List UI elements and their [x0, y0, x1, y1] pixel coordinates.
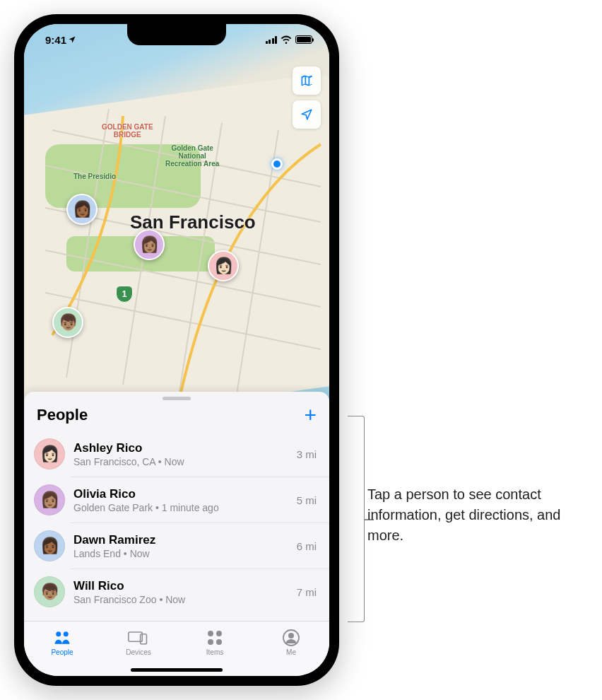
me-icon: [283, 629, 300, 647]
sheet-header: People +: [24, 400, 329, 431]
person-name: Olivia Rico: [73, 487, 288, 501]
person-distance: 5 mi: [297, 494, 317, 506]
person-row[interactable]: 👦🏽Will RicoSan Francisco Zoo • Now7 mi: [71, 568, 329, 614]
devices-icon: [128, 629, 149, 647]
callout-text: Tap a person to see contact information,…: [367, 484, 586, 546]
avatar: 👩🏻: [34, 438, 65, 469]
tab-label: People: [51, 648, 73, 656]
person-location: Lands End • Now: [73, 548, 288, 559]
svg-line-3: [45, 250, 321, 307]
locate-me-button[interactable]: [293, 100, 321, 129]
person-location: San Francisco, CA • Now: [73, 456, 288, 467]
tab-devices[interactable]: Devices: [100, 622, 177, 663]
tab-me[interactable]: Me: [253, 622, 329, 663]
map-pin-dawn[interactable]: 👩🏾: [66, 194, 98, 225]
home-indicator[interactable]: [131, 668, 223, 672]
person-distance: 3 mi: [297, 448, 317, 460]
map-pin-will[interactable]: 👦🏽: [52, 307, 83, 338]
status-indicators: [266, 35, 313, 44]
person-location: Golden Gate Park • 1 minute ago: [73, 502, 288, 513]
cellular-signal-icon: [266, 36, 278, 44]
tab-items[interactable]: Items: [177, 622, 253, 663]
my-location-dot: [271, 158, 283, 170]
svg-point-12: [216, 631, 222, 636]
people-icon: [52, 629, 72, 647]
svg-line-5: [66, 109, 109, 378]
status-time: 9:41: [45, 34, 76, 46]
map-view[interactable]: San Francisco The Presidio Golden Gate N…: [24, 24, 329, 399]
map-style-button[interactable]: [293, 66, 321, 95]
poi-presidio: The Presidio: [73, 173, 116, 180]
map-pin-ashley[interactable]: 👩🏻: [208, 250, 239, 281]
svg-rect-10: [141, 634, 147, 644]
tab-label: Me: [286, 648, 296, 656]
tab-label: Devices: [126, 648, 151, 656]
person-name: Dawn Ramirez: [73, 533, 288, 547]
svg-line-4: [45, 293, 321, 349]
people-list[interactable]: 👩🏻Ashley RicoSan Francisco, CA • Now3 mi…: [24, 431, 329, 621]
person-row[interactable]: 👩🏻Ashley RicoSan Francisco, CA • Now3 mi: [24, 431, 329, 477]
people-sheet[interactable]: People + 👩🏻Ashley RicoSan Francisco, CA …: [24, 392, 329, 621]
sheet-title: People: [37, 406, 88, 424]
map-icon: [300, 74, 314, 88]
avatar: 👩🏽: [34, 484, 65, 515]
phone-frame: 9:41 San Francisco: [14, 14, 339, 686]
map-pin-olivia[interactable]: 👩🏽: [134, 229, 165, 260]
svg-point-13: [208, 639, 213, 645]
avatar: 👦🏽: [34, 576, 65, 607]
svg-point-16: [288, 633, 294, 638]
poi-ggnra: Golden Gate National Recreation Area: [165, 144, 219, 168]
map-controls: [293, 66, 321, 129]
add-person-button[interactable]: +: [304, 404, 317, 426]
tab-label: Items: [206, 648, 223, 656]
person-name: Ashley Rico: [73, 441, 288, 455]
person-name: Will Rico: [73, 579, 288, 593]
svg-point-14: [216, 639, 222, 645]
person-row[interactable]: 👩🏾Dawn RamirezLands End • Now6 mi: [71, 523, 329, 568]
location-arrow-icon: [300, 108, 313, 121]
person-distance: 6 mi: [297, 540, 317, 552]
poi-golden-gate-bridge: GOLDEN GATE BRIDGE: [102, 123, 153, 139]
avatar: 👩🏾: [34, 530, 65, 561]
person-location: San Francisco Zoo • Now: [73, 594, 288, 605]
battery-icon: [295, 35, 312, 44]
wifi-icon: [281, 35, 292, 44]
tab-people[interactable]: People: [24, 622, 100, 663]
highway-shield: 1: [116, 286, 133, 303]
items-icon: [206, 629, 223, 647]
clock-text: 9:41: [45, 34, 66, 46]
notch: [127, 24, 226, 45]
screen: 9:41 San Francisco: [24, 24, 329, 676]
callout-bracket: [348, 416, 365, 622]
svg-point-11: [208, 631, 213, 636]
person-distance: 7 mi: [297, 586, 317, 598]
location-arrow-icon: [68, 35, 76, 44]
person-row[interactable]: 👩🏽Olivia RicoGolden Gate Park • 1 minute…: [71, 477, 329, 523]
